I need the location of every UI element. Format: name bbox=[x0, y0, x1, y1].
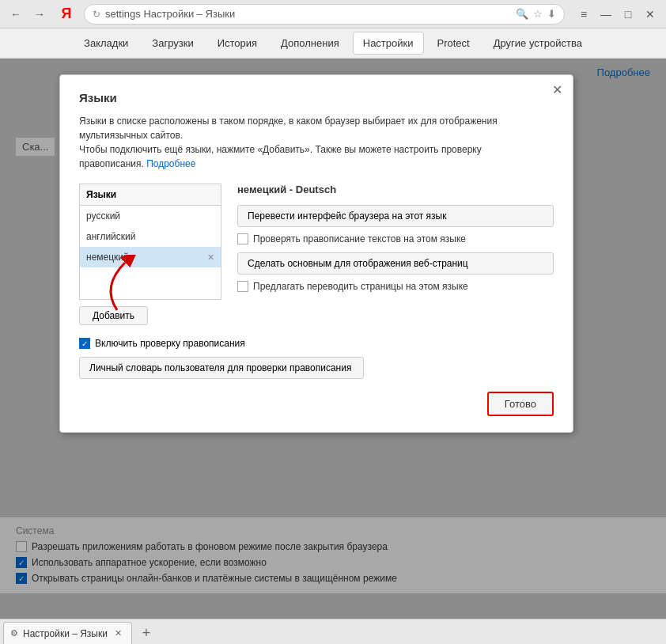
dialog-desc-1: Языки в списке расположены в таком поряд… bbox=[79, 114, 554, 171]
nav-item-protect[interactable]: Protect bbox=[427, 32, 480, 55]
menu-button[interactable]: ≡ bbox=[574, 5, 593, 24]
nav-item-history[interactable]: История bbox=[207, 32, 267, 55]
spellcheck-label: Проверять правописание текстов на этом я… bbox=[253, 233, 466, 244]
nav-bar: Закладки Загрузки История Дополнения Нас… bbox=[0, 28, 666, 59]
lang-list-item-english[interactable]: английский bbox=[80, 226, 221, 247]
personal-dict-button[interactable]: Личный словарь пользователя для проверки… bbox=[79, 357, 364, 379]
spell-section: ✓ Включить проверку правописания Личный … bbox=[79, 338, 554, 379]
tab-bar: ⚙ Настройки – Языки ✕ + bbox=[0, 619, 666, 644]
lang-list-spacer bbox=[80, 267, 221, 299]
bookmark-icon[interactable]: ☆ bbox=[533, 8, 543, 20]
enable-spellcheck-row: ✓ Включить проверку правописания bbox=[79, 338, 554, 349]
dialog-title: Языки bbox=[79, 91, 554, 104]
lang-right-title: немецкий - Deutsch bbox=[237, 184, 554, 195]
back-button[interactable]: ← bbox=[6, 5, 25, 24]
address-bar[interactable]: ↻ settings Настройки – Языки 🔍 ☆ ⬇ bbox=[84, 4, 565, 25]
new-tab-button[interactable]: + bbox=[135, 622, 157, 644]
search-icon[interactable]: 🔍 bbox=[516, 8, 528, 20]
done-row: Готово bbox=[79, 392, 554, 416]
tab-title: Настройки – Языки bbox=[23, 628, 108, 639]
page-content: Подробнее Ска... Система Разрешать прило… bbox=[0, 59, 666, 619]
lang-list-item-german[interactable]: немецкий ✕ bbox=[80, 247, 221, 267]
tab-close-button[interactable]: ✕ bbox=[112, 627, 125, 640]
dialog-close-button[interactable]: ✕ bbox=[549, 81, 565, 97]
set-main-button[interactable]: Сделать основным для отображения веб-стр… bbox=[237, 252, 554, 275]
maximize-button[interactable]: □ bbox=[619, 5, 638, 24]
lang-list-container: Языки русский английский немецкий ✕ bbox=[79, 184, 221, 300]
enable-spellcheck-checkbox[interactable]: ✓ bbox=[79, 338, 90, 349]
add-language-button[interactable]: Добавить bbox=[79, 306, 148, 325]
yandex-logo: Я bbox=[57, 5, 76, 24]
tab-icon: ⚙ bbox=[10, 628, 18, 638]
offer-translate-item: Предлагать переводить страницы на этом я… bbox=[237, 281, 554, 292]
nav-item-downloads[interactable]: Загрузки bbox=[142, 32, 203, 55]
url-text: settings Настройки – Языки bbox=[105, 8, 511, 20]
lang-list-section: Языки русский английский немецкий ✕ bbox=[79, 184, 221, 325]
lang-panel: Языки русский английский немецкий ✕ bbox=[79, 184, 554, 325]
window-controls: ≡ — □ ✕ bbox=[574, 5, 660, 24]
lang-list-item-russian[interactable]: русский bbox=[80, 206, 221, 226]
remove-german-icon[interactable]: ✕ bbox=[207, 252, 214, 263]
enable-spellcheck-label: Включить проверку правописания bbox=[95, 338, 245, 349]
lang-right: немецкий - Deutsch Перевести интерфейс б… bbox=[237, 184, 554, 325]
minimize-button[interactable]: — bbox=[596, 5, 615, 24]
nav-item-other-devices[interactable]: Другие устройства bbox=[483, 32, 592, 55]
spellcheck-checkbox[interactable] bbox=[237, 233, 248, 244]
spellcheck-item: Проверять правописание текстов на этом я… bbox=[237, 233, 554, 244]
lang-list-header: Языки bbox=[80, 184, 221, 206]
offer-translate-checkbox[interactable] bbox=[237, 281, 248, 292]
language-dialog: ✕ Языки Языки в списке расположены в так… bbox=[59, 74, 573, 433]
nav-item-extensions[interactable]: Дополнения bbox=[271, 32, 350, 55]
dialog-desc-link[interactable]: Подробнее bbox=[146, 158, 195, 169]
offer-translate-label: Предлагать переводить страницы на этом я… bbox=[253, 281, 468, 292]
download-icon[interactable]: ⬇ bbox=[547, 8, 556, 20]
browser-tab[interactable]: ⚙ Настройки – Языки ✕ bbox=[3, 622, 132, 644]
title-bar: ← → Я ↻ settings Настройки – Языки 🔍 ☆ ⬇… bbox=[0, 0, 666, 28]
nav-item-settings[interactable]: Настройки bbox=[353, 32, 424, 55]
address-bar-icons: 🔍 ☆ ⬇ bbox=[516, 8, 556, 20]
forward-button[interactable]: → bbox=[30, 5, 49, 24]
reload-icon[interactable]: ↻ bbox=[93, 9, 100, 20]
nav-item-bookmarks[interactable]: Закладки bbox=[74, 32, 138, 55]
done-button[interactable]: Готово bbox=[487, 392, 554, 416]
close-button[interactable]: ✕ bbox=[641, 5, 660, 24]
browser-window: ← → Я ↻ settings Настройки – Языки 🔍 ☆ ⬇… bbox=[0, 0, 666, 644]
translate-interface-button[interactable]: Перевести интерфейс браузера на этот язы… bbox=[237, 205, 554, 227]
